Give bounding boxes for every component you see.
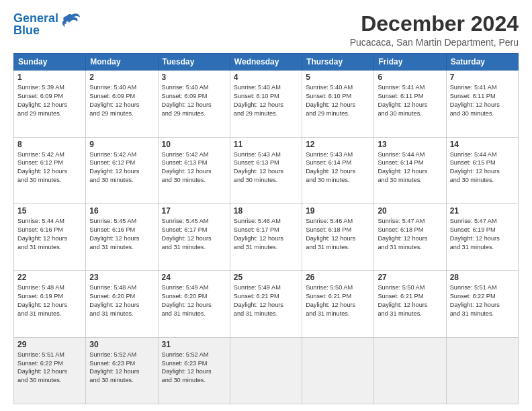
calendar-cell: 31 Sunrise: 5:52 AMSunset: 6:23 PMDaylig… (158, 337, 230, 404)
day-number: 3 (162, 73, 226, 82)
day-number: 18 (234, 206, 298, 216)
cell-info: Sunrise: 5:43 AMSunset: 6:13 PMDaylight:… (234, 151, 283, 184)
cell-info: Sunrise: 5:41 AMSunset: 6:11 PMDaylight:… (450, 84, 500, 117)
cell-info: Sunrise: 5:39 AMSunset: 6:09 PMDaylight:… (17, 84, 67, 117)
calendar-cell (446, 337, 518, 404)
cell-info: Sunrise: 5:49 AMSunset: 6:20 PMDaylight:… (162, 284, 212, 317)
calendar-body: 1 Sunrise: 5:39 AMSunset: 6:09 PMDayligh… (14, 71, 519, 404)
calendar-cell: 23 Sunrise: 5:48 AMSunset: 6:20 PMDaylig… (86, 271, 158, 337)
calendar-cell: 28 Sunrise: 5:51 AMSunset: 6:22 PMDaylig… (446, 271, 518, 337)
day-number: 23 (89, 273, 154, 282)
day-number: 8 (17, 140, 82, 149)
calendar-week-row: 1 Sunrise: 5:39 AMSunset: 6:09 PMDayligh… (14, 71, 519, 137)
cell-info: Sunrise: 5:40 AMSunset: 6:09 PMDaylight:… (162, 84, 212, 117)
day-number: 9 (89, 140, 154, 149)
calendar-cell: 8 Sunrise: 5:42 AMSunset: 6:12 PMDayligh… (14, 137, 86, 203)
calendar-cell: 7 Sunrise: 5:41 AMSunset: 6:11 PMDayligh… (446, 71, 518, 137)
logo-bird-icon (60, 12, 81, 31)
calendar-week-row: 22 Sunrise: 5:48 AMSunset: 6:19 PMDaylig… (14, 271, 519, 337)
day-number: 17 (162, 206, 226, 216)
day-number: 28 (450, 273, 515, 282)
cell-info: Sunrise: 5:44 AMSunset: 6:16 PMDaylight:… (17, 218, 67, 250)
logo: General Blue (13, 12, 81, 36)
calendar-day-header: Thursday (302, 54, 374, 71)
calendar-cell: 16 Sunrise: 5:45 AMSunset: 6:16 PMDaylig… (86, 203, 158, 270)
cell-info: Sunrise: 5:51 AMSunset: 6:22 PMDaylight:… (450, 284, 500, 317)
day-number: 7 (450, 73, 515, 82)
cell-info: Sunrise: 5:46 AMSunset: 6:17 PMDaylight:… (234, 218, 283, 250)
cell-info: Sunrise: 5:45 AMSunset: 6:17 PMDaylight:… (162, 218, 212, 250)
day-number: 4 (234, 73, 298, 82)
cell-info: Sunrise: 5:42 AMSunset: 6:12 PMDaylight:… (17, 151, 67, 184)
day-number: 13 (378, 140, 442, 149)
calendar-day-header: Friday (374, 54, 446, 71)
calendar-cell (374, 337, 446, 404)
day-number: 27 (378, 273, 442, 282)
calendar-day-header: Wednesday (230, 54, 302, 71)
day-number: 10 (162, 140, 226, 149)
day-number: 2 (89, 73, 154, 82)
cell-info: Sunrise: 5:52 AMSunset: 6:23 PMDaylight:… (89, 351, 139, 384)
calendar-cell: 2 Sunrise: 5:40 AMSunset: 6:09 PMDayligh… (86, 71, 158, 137)
cell-info: Sunrise: 5:40 AMSunset: 6:10 PMDaylight:… (234, 84, 283, 117)
day-number: 5 (306, 73, 370, 82)
cell-info: Sunrise: 5:46 AMSunset: 6:18 PMDaylight:… (306, 218, 355, 250)
calendar-cell: 30 Sunrise: 5:52 AMSunset: 6:23 PMDaylig… (86, 337, 158, 404)
calendar-cell: 21 Sunrise: 5:47 AMSunset: 6:19 PMDaylig… (446, 203, 518, 270)
day-number: 15 (17, 206, 82, 216)
day-number: 26 (306, 273, 370, 282)
calendar-cell: 22 Sunrise: 5:48 AMSunset: 6:19 PMDaylig… (14, 271, 86, 337)
calendar-cell: 12 Sunrise: 5:43 AMSunset: 6:14 PMDaylig… (302, 137, 374, 203)
cell-info: Sunrise: 5:51 AMSunset: 6:22 PMDaylight:… (17, 351, 67, 384)
calendar-cell: 19 Sunrise: 5:46 AMSunset: 6:18 PMDaylig… (302, 203, 374, 270)
calendar-cell: 24 Sunrise: 5:49 AMSunset: 6:20 PMDaylig… (158, 271, 230, 337)
day-number: 31 (162, 340, 226, 349)
calendar-day-header: Monday (86, 54, 158, 71)
calendar-cell: 20 Sunrise: 5:47 AMSunset: 6:18 PMDaylig… (374, 203, 446, 270)
calendar-cell: 14 Sunrise: 5:44 AMSunset: 6:15 PMDaylig… (446, 137, 518, 203)
day-number: 25 (234, 273, 298, 282)
calendar-week-row: 15 Sunrise: 5:44 AMSunset: 6:16 PMDaylig… (14, 203, 519, 270)
calendar-cell: 6 Sunrise: 5:41 AMSunset: 6:11 PMDayligh… (374, 71, 446, 137)
cell-info: Sunrise: 5:52 AMSunset: 6:23 PMDaylight:… (162, 351, 212, 384)
day-number: 21 (450, 206, 515, 216)
day-number: 1 (17, 73, 82, 82)
cell-info: Sunrise: 5:48 AMSunset: 6:19 PMDaylight:… (17, 284, 67, 317)
cell-info: Sunrise: 5:41 AMSunset: 6:11 PMDaylight:… (378, 84, 427, 117)
calendar-day-header: Sunday (14, 54, 86, 71)
day-number: 30 (89, 340, 154, 349)
calendar-week-row: 29 Sunrise: 5:51 AMSunset: 6:22 PMDaylig… (14, 337, 519, 404)
calendar-cell: 9 Sunrise: 5:42 AMSunset: 6:12 PMDayligh… (86, 137, 158, 203)
calendar-cell: 27 Sunrise: 5:50 AMSunset: 6:21 PMDaylig… (374, 271, 446, 337)
day-number: 20 (378, 206, 442, 216)
calendar-cell: 26 Sunrise: 5:50 AMSunset: 6:21 PMDaylig… (302, 271, 374, 337)
calendar-cell: 25 Sunrise: 5:49 AMSunset: 6:21 PMDaylig… (230, 271, 302, 337)
calendar-cell: 18 Sunrise: 5:46 AMSunset: 6:17 PMDaylig… (230, 203, 302, 270)
cell-info: Sunrise: 5:50 AMSunset: 6:21 PMDaylight:… (306, 284, 355, 317)
title-area: December 2024 Pucacaca, San Martin Depar… (350, 12, 519, 48)
logo-general: General (13, 11, 58, 25)
calendar-week-row: 8 Sunrise: 5:42 AMSunset: 6:12 PMDayligh… (14, 137, 519, 203)
cell-info: Sunrise: 5:49 AMSunset: 6:21 PMDaylight:… (234, 284, 283, 317)
calendar-table: SundayMondayTuesdayWednesdayThursdayFrid… (13, 53, 519, 404)
cell-info: Sunrise: 5:42 AMSunset: 6:12 PMDaylight:… (89, 151, 139, 184)
calendar-cell: 3 Sunrise: 5:40 AMSunset: 6:09 PMDayligh… (158, 71, 230, 137)
page: General Blue December 2024 Pucacaca, San… (0, 0, 532, 411)
calendar-cell: 11 Sunrise: 5:43 AMSunset: 6:13 PMDaylig… (230, 137, 302, 203)
day-number: 14 (450, 140, 515, 149)
calendar-cell: 13 Sunrise: 5:44 AMSunset: 6:14 PMDaylig… (374, 137, 446, 203)
calendar-cell: 15 Sunrise: 5:44 AMSunset: 6:16 PMDaylig… (14, 203, 86, 270)
day-number: 11 (234, 140, 298, 149)
calendar-cell: 10 Sunrise: 5:42 AMSunset: 6:13 PMDaylig… (158, 137, 230, 203)
calendar-cell (230, 337, 302, 404)
cell-info: Sunrise: 5:47 AMSunset: 6:19 PMDaylight:… (450, 218, 500, 250)
calendar-cell: 1 Sunrise: 5:39 AMSunset: 6:09 PMDayligh… (14, 71, 86, 137)
day-number: 29 (17, 340, 82, 349)
location: Pucacaca, San Martin Department, Peru (350, 37, 519, 48)
day-number: 16 (89, 206, 154, 216)
calendar-cell: 29 Sunrise: 5:51 AMSunset: 6:22 PMDaylig… (14, 337, 86, 404)
calendar-cell: 17 Sunrise: 5:45 AMSunset: 6:17 PMDaylig… (158, 203, 230, 270)
cell-info: Sunrise: 5:50 AMSunset: 6:21 PMDaylight:… (378, 284, 427, 317)
cell-info: Sunrise: 5:47 AMSunset: 6:18 PMDaylight:… (378, 218, 427, 250)
day-number: 12 (306, 140, 370, 149)
